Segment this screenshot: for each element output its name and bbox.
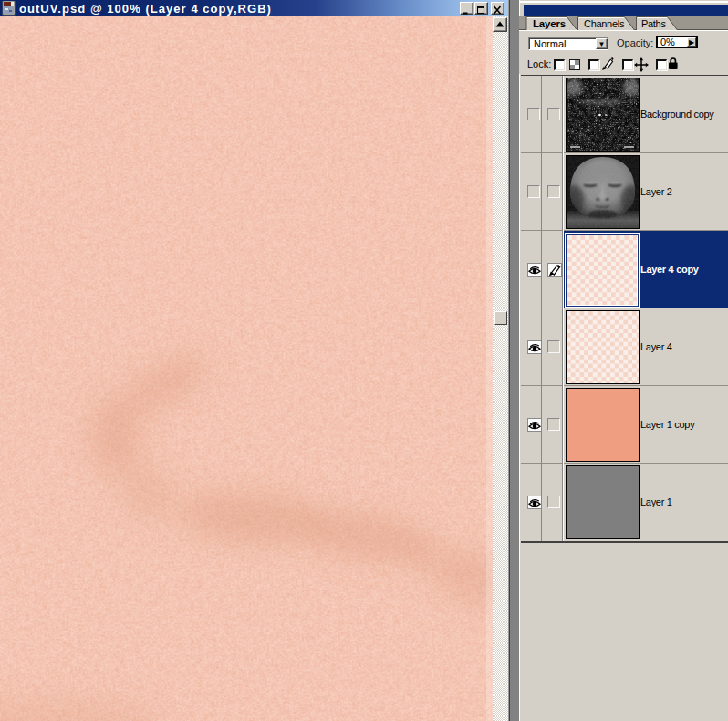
svg-text:Paths: Paths — [641, 18, 666, 29]
svg-text:Layers: Layers — [533, 18, 566, 29]
svg-text:Channels: Channels — [584, 18, 625, 29]
